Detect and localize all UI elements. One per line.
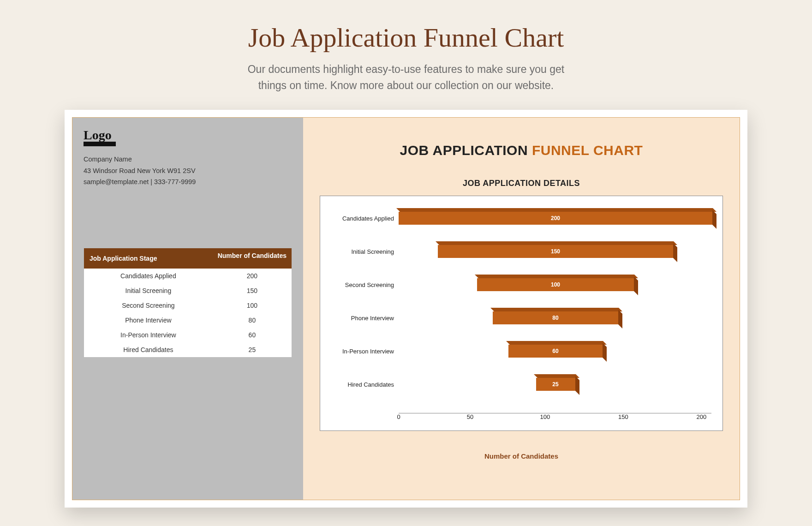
table-body: Candidates Applied200Initial Screening15…	[84, 269, 292, 357]
x-tick: 150	[618, 413, 628, 422]
bar-side	[712, 210, 716, 229]
x-tick: 0	[397, 413, 400, 422]
bar-top	[490, 308, 622, 311]
cell-value: 60	[213, 328, 292, 342]
chart-row: In-Person Interview60	[320, 338, 722, 364]
logo: Logo	[84, 128, 292, 146]
x-tick: 200	[696, 413, 706, 422]
chart-row: Hired Candidates25	[320, 371, 722, 397]
chart-row: Phone Interview80	[320, 305, 722, 331]
bar: 60	[508, 345, 603, 358]
cell-value: 25	[213, 342, 292, 357]
bar-zone: 80	[399, 305, 722, 331]
cell-stage: Hired Candidates	[84, 342, 213, 357]
cell-stage: Second Screening	[84, 298, 213, 313]
x-tick: 100	[540, 413, 550, 422]
bar: 150	[438, 245, 673, 258]
company-name: Company Name	[84, 154, 292, 165]
x-tick: 50	[467, 413, 473, 422]
company-info: Company Name 43 Windsor Road New York W9…	[84, 154, 292, 188]
bar-face: 80	[493, 311, 618, 324]
template-inner: Logo Company Name 43 Windsor Road New Yo…	[72, 117, 740, 500]
bar: 100	[477, 278, 634, 291]
bar-side	[673, 243, 677, 262]
cell-stage: In-Person Interview	[84, 328, 213, 342]
bar-face: 200	[399, 212, 712, 225]
col-stage: Job Application Stage	[84, 248, 213, 269]
bar-zone: 100	[399, 272, 722, 298]
cell-value: 150	[213, 283, 292, 298]
bar-top	[475, 275, 638, 278]
bar-face: 60	[508, 345, 603, 358]
bar-side	[603, 343, 607, 362]
col-count: Number of Candidates	[213, 248, 292, 269]
bar-face: 100	[477, 278, 634, 291]
bar-face: 25	[536, 378, 575, 391]
table-header: Job Application Stage Number of Candidat…	[84, 248, 292, 269]
company-contact: sample@template.net | 333-777-9999	[84, 176, 292, 188]
left-panel: Logo Company Name 43 Windsor Road New Yo…	[72, 118, 303, 500]
chart-subtitle: JOB APPLICATION DETAILS	[320, 179, 723, 188]
bar: 80	[493, 311, 618, 324]
cell-value: 100	[213, 298, 292, 313]
bar-top	[534, 374, 579, 378]
bar: 25	[536, 378, 575, 391]
x-axis: 050100150200	[399, 413, 711, 422]
chart-title: JOB APPLICATION FUNNEL CHART	[320, 143, 723, 158]
chart-row: Initial Screening150	[320, 239, 722, 264]
bar-top	[506, 341, 607, 345]
logo-text: Logo	[84, 128, 292, 143]
bar: 200	[399, 212, 712, 225]
table-row: Phone Interview80	[84, 313, 292, 328]
subtitle-line2: things on time. Know more about our coll…	[258, 79, 554, 91]
table-row: In-Person Interview60	[84, 328, 292, 342]
bar-top	[436, 241, 677, 245]
cell-stage: Initial Screening	[84, 283, 213, 298]
bar-face: 150	[438, 245, 673, 258]
bar-zone: 150	[399, 239, 722, 264]
bar-side	[618, 310, 622, 329]
chart-title-a: JOB APPLICATION	[400, 143, 532, 158]
page-title: Job Application Funnel Chart	[0, 22, 812, 53]
chart-row: Candidates Applied200	[320, 205, 722, 231]
table-row: Second Screening100	[84, 298, 292, 313]
cell-value: 200	[213, 269, 292, 283]
bar-zone: 60	[399, 338, 722, 364]
bar-side	[575, 376, 579, 395]
chart-title-b: FUNNEL CHART	[532, 143, 643, 158]
bar-side	[634, 276, 638, 295]
page-subtitle: Our documents highlight easy-to-use feat…	[0, 61, 812, 93]
data-table: Job Application Stage Number of Candidat…	[84, 248, 292, 358]
subtitle-line1: Our documents highlight easy-to-use feat…	[248, 63, 565, 75]
chart-row: Second Screening100	[320, 272, 722, 298]
right-panel: JOB APPLICATION FUNNEL CHART JOB APPLICA…	[303, 118, 740, 500]
table-row: Candidates Applied200	[84, 269, 292, 283]
bar-label: Initial Screening	[320, 248, 399, 255]
chart-box: Candidates Applied200Initial Screening15…	[320, 196, 723, 431]
bar-label: Candidates Applied	[320, 215, 399, 222]
bar-zone: 25	[399, 371, 722, 397]
template-card: Logo Company Name 43 Windsor Road New Yo…	[65, 110, 747, 508]
cell-value: 80	[213, 313, 292, 328]
cell-stage: Candidates Applied	[84, 269, 213, 283]
cell-stage: Phone Interview	[84, 313, 213, 328]
table-row: Hired Candidates25	[84, 342, 292, 357]
bar-label: Second Screening	[320, 281, 399, 288]
bar-label: Hired Candidates	[320, 381, 399, 388]
table-row: Initial Screening150	[84, 283, 292, 298]
company-address: 43 Windsor Road New York W91 2SV	[84, 165, 292, 177]
bar-top	[396, 208, 716, 212]
bar-label: In-Person Interview	[320, 348, 399, 355]
bar-zone: 200	[399, 205, 722, 231]
x-axis-title: Number of Candidates	[320, 452, 723, 460]
bar-label: Phone Interview	[320, 315, 399, 322]
